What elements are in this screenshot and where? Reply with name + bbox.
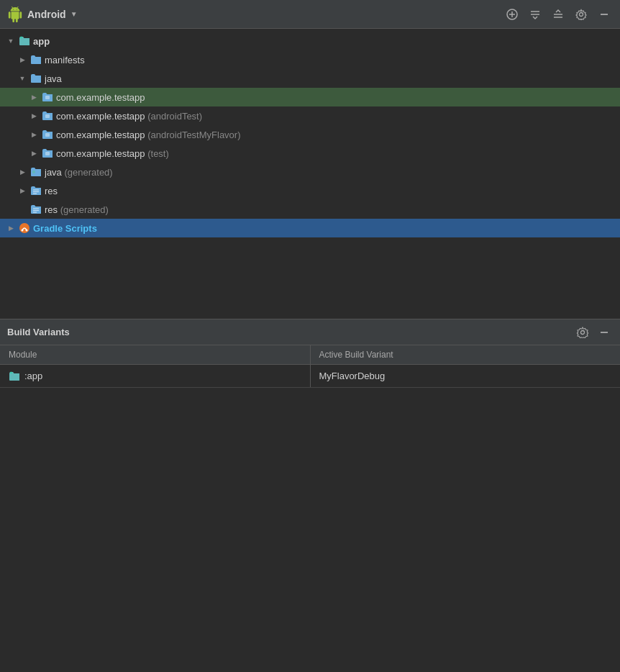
svg-rect-13 [45,152,50,155]
tree-item-res-gen-label: res (generated) [45,204,109,215]
expand-icon-java: ▼ [17,73,27,83]
expand-icon-gradle: ▶ [6,223,16,233]
bv-variant-cell[interactable]: MyFlavorDebug [310,365,620,388]
package-icon-pkg1 [41,91,54,104]
bv-gear-icon [577,327,588,338]
tree-item-res-label: res [45,186,58,196]
toolbar: Android ▼ [0,0,620,29]
tree-item-pkg4[interactable]: ▶ com.example.testapp (test) [0,144,620,163]
bv-settings-button[interactable] [574,324,591,341]
tree-item-app-label: app [33,36,50,47]
expand-icon-manifests: ▶ [17,55,27,65]
expand-icon-java-gen: ▶ [17,167,27,177]
svg-point-26 [10,371,12,373]
file-tree: ▼ app ▶ manifests ▼ [0,29,620,319]
expand-icon-pkg2: ▶ [29,111,39,121]
gear-icon [575,9,587,20]
gradle-icon [18,222,31,235]
toolbar-title: Android ▼ [7,6,503,22]
package-folder-icon [42,92,53,102]
tree-item-pkg1[interactable]: ▶ com.example.testapp [0,88,620,106]
tree-item-java-gen[interactable]: ▶ java (generated) [0,163,620,181]
tree-item-manifests[interactable]: ▶ manifests [0,50,620,69]
bv-col-variant: Active Build Variant [310,345,620,365]
bv-minimize-icon [598,327,610,338]
panel-title: Android [27,9,66,20]
folder-blue-icon-2 [30,73,42,83]
svg-point-7 [580,12,583,16]
svg-point-14 [32,171,35,173]
toolbar-actions [503,6,613,23]
main-container: Android ▼ [0,0,620,672]
folder-icon-app [18,35,31,47]
expand-icon-res: ▶ [17,186,27,196]
add-icon [506,9,518,20]
package-icon-pkg4 [41,147,54,160]
android-icon [7,6,23,22]
collapse-all-button[interactable] [526,6,544,23]
module-name: :app [24,371,42,381]
collapse-all-icon [529,9,541,20]
svg-rect-12 [45,133,50,137]
svg-point-22 [22,230,24,232]
tree-item-res[interactable]: ▶ res [0,181,620,200]
build-variants-panel: Build Variants Module [0,319,620,388]
tree-item-pkg2[interactable]: ▶ com.example.testapp (androidTest) [0,106,620,125]
folder-blue-list-icon [30,186,42,196]
dropdown-chevron[interactable]: ▼ [70,10,78,18]
minimize-icon [598,9,610,20]
tree-item-pkg1-label: com.example.testapp [56,92,145,103]
folder-special-icon [30,167,42,177]
add-button[interactable] [503,6,521,23]
package-icon-pkg2 [41,109,54,122]
gradle-scripts-icon [19,222,30,234]
tree-item-app[interactable]: ▼ app [0,32,620,50]
expand-icon-pkg3: ▶ [29,130,39,140]
bv-module-cell: :app [0,365,310,388]
svg-point-9 [20,37,22,39]
tree-item-pkg4-label: com.example.testapp (test) [56,148,169,159]
build-variants-actions [574,324,613,341]
expand-icon-pkg4: ▶ [29,148,39,158]
folder-icon-res [29,184,42,197]
svg-rect-11 [45,114,50,118]
package-folder-icon-4 [42,148,53,158]
expand-icon-pkg1: ▶ [29,92,39,102]
bv-minimize-button[interactable] [596,324,613,341]
svg-rect-10 [45,96,50,99]
build-variants-table: Module Active Build Variant :app [0,345,620,388]
package-folder-icon-3 [42,130,53,140]
bv-col-module: Module [0,345,310,365]
folder-icon-res-gen [29,203,42,216]
tree-item-java-label: java [45,73,62,84]
tree-item-pkg2-label: com.example.testapp (androidTest) [56,111,202,122]
folder-teal-icon [19,36,30,46]
tree-item-gradle[interactable]: ▶ Gradle Scripts [0,219,620,237]
tree-item-java[interactable]: ▼ java [0,69,620,88]
tree-item-manifests-label: manifests [45,55,85,65]
package-icon-pkg3 [41,128,54,141]
tree-item-java-gen-label: java (generated) [45,167,113,178]
module-cell-content: :app [9,371,301,381]
folder-blue-icon [30,55,42,65]
tree-item-gradle-label: Gradle Scripts [33,223,97,234]
bv-table-row[interactable]: :app MyFlavorDebug [0,365,620,388]
folder-icon-manifests [29,53,42,66]
build-variants-title: Build Variants [7,327,574,337]
bottom-area [0,388,620,672]
tree-item-pkg3-label: com.example.testapp (androidTestMyFlavor… [56,130,241,140]
bv-table-header-row: Module Active Build Variant [0,345,620,365]
build-variants-header: Build Variants [0,319,620,345]
folder-blue-list-icon-2 [30,204,42,214]
expand-icon-app: ▼ [6,36,16,46]
svg-point-24 [581,330,585,334]
package-folder-icon-2 [42,111,53,121]
expand-all-button[interactable] [550,6,567,23]
folder-icon-java [29,72,42,85]
tree-item-pkg3[interactable]: ▶ com.example.testapp (androidTestMyFlav… [0,125,620,144]
tree-item-res-gen[interactable]: ▶ res (generated) [0,200,620,219]
svg-point-23 [26,230,28,232]
minimize-button[interactable] [596,6,613,23]
module-folder-icon [9,371,20,381]
settings-button[interactable] [573,6,590,23]
